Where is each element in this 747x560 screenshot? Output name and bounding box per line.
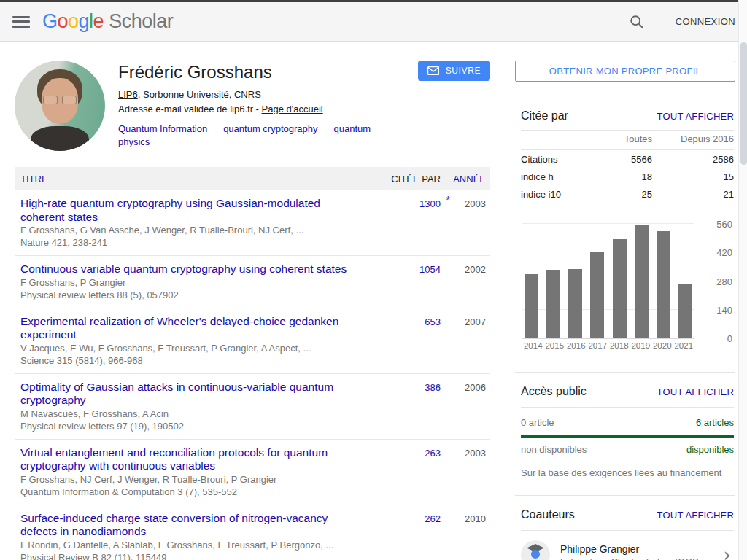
article-title-link[interactable]: High-rate quantum cryptography using Gau… xyxy=(20,197,320,223)
chart-bar-2014[interactable] xyxy=(525,274,538,338)
stat-value-all: 5566 xyxy=(597,150,652,168)
stat-value-since: 15 xyxy=(652,168,734,185)
unavailable-label: non disponibles xyxy=(521,444,587,455)
article-venue: Science 315 (5814), 966-968 xyxy=(20,355,360,367)
article-row: High-rate quantum cryptography using Gau… xyxy=(15,190,490,256)
photo-shirt xyxy=(31,126,89,151)
chart-x-axis: 20142015201620172018201920202021 xyxy=(522,341,694,350)
profile-email-line: Adresse e-mail validée de lip6.fr - Page… xyxy=(118,104,418,114)
article-year: 2010 xyxy=(441,512,490,560)
chart-bar-2017[interactable] xyxy=(590,252,604,338)
chart-bar-2019[interactable] xyxy=(635,225,649,338)
article-year: 2003 xyxy=(441,446,490,498)
stats-col-since: Depuis 2016 xyxy=(652,131,734,149)
cited-by-section: Citée par TOUT AFFICHER Toutes Depuis 20… xyxy=(515,109,735,353)
article-row: Optimality of Gaussian attacks in contin… xyxy=(15,374,490,440)
stat-value-since: 21 xyxy=(652,185,734,203)
stats-body: Citations55662586indice h1815indice i102… xyxy=(521,150,734,203)
signin-link[interactable]: CONNEXION xyxy=(676,16,735,27)
chart-bar-2020[interactable] xyxy=(657,231,670,338)
affiliation-text: , Sorbonne Université, CNRS xyxy=(138,89,261,100)
cited-count-link[interactable]: 1054 xyxy=(419,264,441,275)
article-cited-cell: 386 xyxy=(371,381,441,432)
public-access-heading: Accès public xyxy=(521,385,587,398)
article-year: 2007 xyxy=(441,315,490,367)
unavailable-count: 0 article xyxy=(521,417,554,428)
chart-bar-2016[interactable] xyxy=(568,269,582,338)
chart-bar-2015[interactable] xyxy=(546,270,560,338)
cited-count-link[interactable]: 1300* xyxy=(419,198,441,209)
sort-by-year-link[interactable]: ANNÉE xyxy=(441,174,490,184)
coauthor-avatar-icon xyxy=(521,540,550,560)
main-content: Frédéric Grosshans LIP6, Sorbonne Univer… xyxy=(0,42,747,560)
article-venue: Physical review letters 97 (19), 190502 xyxy=(20,421,360,432)
chart-y-label: 560 xyxy=(716,219,732,230)
chart-x-label: 2015 xyxy=(544,341,566,350)
coauthors-view-all-link[interactable]: TOUT AFFICHER xyxy=(657,510,734,521)
article-venue: Physical Review B 82 (11), 115449 xyxy=(20,552,360,560)
interest-link-0[interactable]: Quantum Information xyxy=(118,123,207,134)
article-cited-cell: 263 xyxy=(371,446,441,498)
article-title-link[interactable]: Virtual entanglement and reconciliation … xyxy=(20,446,328,472)
stats-col-all: Toutes xyxy=(597,131,652,149)
coauthors-list: Philippe GrangierLaboratoire Charles Fab… xyxy=(521,540,734,560)
article-cited-cell: 653 xyxy=(371,315,441,367)
available-count-link[interactable]: 6 articles xyxy=(696,417,734,428)
chart-y-label: 420 xyxy=(716,247,732,258)
cited-by-column-header: CITÉE PAR xyxy=(371,174,441,184)
google-logo-letter: e xyxy=(93,10,104,32)
articles-table-header: TITRE CITÉE PAR ANNÉE xyxy=(15,167,490,190)
article-authors: F Grosshans, NJ Cerf, J Wenger, R Tualle… xyxy=(20,474,360,486)
profile-name: Frédéric Grosshans xyxy=(118,62,418,82)
cited-count-link[interactable]: 386 xyxy=(425,382,441,393)
profile-affiliation: LIP6, Sorbonne Université, CNRS xyxy=(118,89,418,100)
article-row: Continuous variable quantum cryptography… xyxy=(15,256,490,308)
cited-count-link[interactable]: 263 xyxy=(425,448,441,459)
profile-photo[interactable] xyxy=(15,61,105,151)
cited-count-link[interactable]: 653 xyxy=(425,316,441,327)
hamburger-menu-icon[interactable] xyxy=(12,15,31,29)
articles-table: TITRE CITÉE PAR ANNÉE High-rate quantum … xyxy=(15,167,490,560)
available-label: disponibles xyxy=(686,444,734,455)
homepage-link[interactable]: Page d'accueil xyxy=(262,104,323,114)
article-title-link[interactable]: Surface-induced charge state conversion … xyxy=(20,512,328,538)
coauthor-item[interactable]: Philippe GrangierLaboratoire Charles Fab… xyxy=(521,540,734,560)
article-venue: Physical review letters 88 (5), 057902 xyxy=(20,289,360,301)
sort-by-title-link[interactable]: TITRE xyxy=(20,174,371,184)
interest-link-1[interactable]: quantum cryptography xyxy=(223,123,317,134)
cited-by-view-all-link[interactable]: TOUT AFFICHER xyxy=(657,111,734,122)
coauthor-affiliation: Laboratoire Charles Fabry, IOGS… xyxy=(560,556,708,560)
chart-x-label: 2019 xyxy=(630,341,652,350)
google-logo-letter: g xyxy=(79,10,90,32)
chart-y-axis: 0140280420560 xyxy=(703,225,732,339)
citations-chart: 20142015201620172018201920202021 0140280… xyxy=(521,225,734,353)
interests-list: Quantum Informationquantum cryptographyq… xyxy=(118,122,418,148)
scrollbar-thumb[interactable] xyxy=(740,42,747,165)
google-scholar-logo[interactable]: Google Scholar xyxy=(42,10,173,33)
articles-list: High-rate quantum cryptography using Gau… xyxy=(15,190,490,560)
chart-x-label: 2018 xyxy=(608,341,630,350)
affiliation-link[interactable]: LIP6 xyxy=(118,89,138,100)
page-scrollbar[interactable] xyxy=(738,0,747,560)
verified-email-text: Adresse e-mail validée de lip6.fr - xyxy=(118,104,262,114)
article-title-link[interactable]: Continuous variable quantum cryptography… xyxy=(20,262,347,275)
get-own-profile-button[interactable]: OBTENIR MON PROPRE PROFIL xyxy=(515,61,735,82)
article-title-link[interactable]: Optimality of Gaussian attacks in contin… xyxy=(20,381,333,407)
follow-button[interactable]: SUIVRE xyxy=(418,61,490,81)
cited-count-link[interactable]: 262 xyxy=(425,513,441,524)
chart-plot xyxy=(522,225,694,339)
search-icon[interactable] xyxy=(629,14,645,30)
google-logo-letter: o xyxy=(68,10,79,32)
chart-x-label: 2014 xyxy=(522,341,544,350)
app-header: Google Scholar CONNEXION xyxy=(0,2,747,42)
availability-bar xyxy=(521,435,734,438)
article-title-link[interactable]: Experimental realization of Wheeler's de… xyxy=(20,315,338,341)
article-year: 2002 xyxy=(441,262,490,301)
chart-bar-2018[interactable] xyxy=(613,239,627,338)
article-authors: V Jacques, E Wu, F Grosshans, F Treussar… xyxy=(20,343,360,354)
envelope-icon xyxy=(427,66,439,75)
chart-bar-2021[interactable] xyxy=(678,284,692,338)
article-cited-cell: 1300* xyxy=(371,197,441,249)
chart-x-label: 2021 xyxy=(673,341,695,350)
public-access-view-all-link[interactable]: TOUT AFFICHER xyxy=(657,386,734,397)
